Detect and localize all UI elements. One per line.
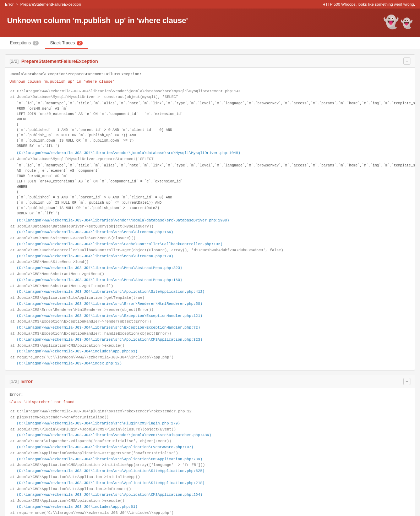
- trace-line-0-6: (C:\laragon\www\ezkermila-J03-J04\librar…: [17, 218, 410, 224]
- trace-line-1-4: (C:\laragon\www\ezkermila-J03-J04\librar…: [17, 432, 410, 438]
- trace-line-1-12: (C:\laragon\www\ezkermila-J03-J04\librar…: [17, 480, 410, 486]
- exception-message: Class 'JDispatcher' not found: [10, 399, 410, 405]
- trace-line-0-10: (C:\laragon\www\ezkermila-J03-J04\librar…: [17, 241, 410, 247]
- trace-line-0-20: (C:\laragon\www\ezkermila-J03-J04\librar…: [17, 301, 410, 307]
- trace-classname: Error: [21, 379, 33, 384]
- trace-card-title-0: [2/2] PrepareStatementFailureException: [10, 59, 98, 64]
- trace-line-0-28: (C:\laragon\www\ezkermila-J03-J04\includ…: [17, 348, 410, 355]
- breadcrumb-exception: PrepareStatementFailureException: [20, 2, 81, 6]
- trace-line-1-16: (C:\laragon\www\ezkermila-J03-J04\includ…: [17, 504, 410, 510]
- trace-line-0-1: at Joomla\Database\Mysqli\MysqliDriver->…: [10, 94, 410, 100]
- collapse-button-1[interactable]: −: [403, 378, 410, 385]
- trace-line-1-15: at Joomla\CMS\Application\CMSApplication…: [10, 498, 410, 504]
- trace-line-0-22: (C:\laragon\www\ezkermila-J03-J04\librar…: [17, 313, 410, 319]
- trace-line-0-30: (C:\laragon\www\ezkermila-J03-J04\index.…: [17, 361, 410, 367]
- breadcrumb: Error > PrepareStatementFailureException: [5, 2, 81, 6]
- exception-class: Joomla\Database\Exception\PrepareStateme…: [10, 71, 410, 77]
- trace-line-1-2: (C:\laragon\www\ezkermila-J03-J04\librar…: [17, 421, 410, 427]
- tab-stack-traces-label: Stack Traces: [50, 40, 75, 45]
- trace-line-0-17: at Joomla\CMS\Menu\AbstractMenu->getItem…: [10, 283, 410, 289]
- trace-card-body-1: Error:Class 'JDispatcher' not foundat C:…: [5, 388, 415, 516]
- trace-line-1-8: (C:\laragon\www\ezkermila-J03-J04\librar…: [17, 456, 410, 462]
- breadcrumb-separator: >: [16, 2, 18, 6]
- trace-line-1-0: at C:\laragon\www\ezkermila-J03-J04\plug…: [10, 408, 410, 415]
- hero-decoration: 👻 👻: [383, 16, 413, 28]
- trace-line-0-13: at Joomla\CMS\Menu\SiteMenu->load(): [10, 259, 410, 265]
- trace-line-0-12: (C:\laragon\www\ezkermila-J03-J04\librar…: [17, 253, 410, 259]
- trace-line-0-3: (C:\laragon\www\ezkermila-J03-J04\librar…: [17, 150, 410, 156]
- trace-line-0-27: at Joomla\CMS\Application\CMSApplication…: [10, 343, 410, 349]
- tab-exceptions[interactable]: Exceptions 2: [5, 37, 44, 49]
- trace-card-1: [1/2] Error−Error:Class 'JDispatcher' no…: [5, 375, 415, 516]
- http-status: HTTP 500 Whoops, looks like something we…: [322, 2, 415, 6]
- tab-stack-traces-badge: 2: [77, 41, 83, 45]
- trace-line-1-17: at require_once('C:\\laragon\\www\\ezker…: [10, 510, 410, 516]
- trace-line-0-15: at Joomla\CMS\Menu\AbstractMenu->getMenu…: [10, 271, 410, 277]
- trace-line-1-11: at Joomla\CMS\Application\SiteApplicatio…: [10, 474, 410, 480]
- trace-line-1-9: at Joomla\CMS\Application\CMSApplication…: [10, 462, 410, 468]
- trace-line-0-4: at Joomla\Database\Mysqli\MysqliDriver->…: [10, 156, 410, 162]
- trace-index: [2/2]: [10, 59, 18, 64]
- main-content: [2/2] PrepareStatementFailureException−J…: [0, 49, 420, 516]
- trace-index: [1/2]: [10, 379, 18, 384]
- trace-line-1-13: at Joomla\CMS\Application\SiteApplicatio…: [10, 486, 410, 492]
- trace-line-0-8: (C:\laragon\www\ezkermila-J03-J04\librar…: [17, 229, 410, 235]
- trace-line-1-5: at Joomla\Event\Dispatcher->dispatch('on…: [10, 438, 410, 444]
- trace-line-1-3: at Joomla\CMS\Plugin\CMSPlugin->Joomla\C…: [10, 427, 410, 433]
- trace-card-body-0: Joomla\Database\Exception\PrepareStateme…: [5, 68, 415, 370]
- tab-exceptions-label: Exceptions: [10, 40, 31, 45]
- trace-line-0-29: at require_once('C:\\laragon\\www\\ezker…: [10, 355, 410, 361]
- trace-line-0-5: `m`.`id`,`m`.`menutype`,`m`.`title`,`m`.…: [17, 163, 410, 216]
- tabs-bar: Exceptions 2 Stack Traces 2: [0, 37, 420, 49]
- trace-card-title-1: [1/2] Error: [10, 379, 33, 384]
- exception-message: Unknown column 'm.publish_up' in 'where …: [10, 79, 410, 85]
- ghost-icon-2: 👻: [400, 18, 413, 28]
- hero-section: Unknown column 'm.publish_up' in 'where …: [0, 9, 420, 37]
- trace-line-0-24: (C:\laragon\www\ezkermila-J03-J04\librar…: [17, 325, 410, 331]
- trace-line-0-19: at Joomla\CMS\Application\SiteApplicatio…: [10, 295, 410, 301]
- tab-exceptions-badge: 2: [33, 41, 39, 45]
- trace-classname: PrepareStatementFailureException: [21, 59, 98, 64]
- trace-card-0: [2/2] PrepareStatementFailureException−J…: [5, 54, 415, 370]
- ghost-icon-1: 👻: [383, 16, 399, 28]
- trace-card-header-0: [2/2] PrepareStatementFailureException−: [5, 55, 415, 68]
- trace-line-0-14: (C:\laragon\www\ezkermila-J03-J04\librar…: [17, 265, 410, 271]
- trace-line-0-9: at Joomla\CMS\Menu\SiteMenu->Joomla\CMS\…: [10, 235, 410, 241]
- tab-stack-traces[interactable]: Stack Traces 2: [45, 37, 88, 49]
- exception-class: Error:: [10, 392, 410, 398]
- trace-line-1-10: (C:\laragon\www\ezkermila-J03-J04\librar…: [17, 468, 410, 474]
- trace-line-1-1: at plgSystemRokExtender->onAfterInitiali…: [10, 415, 410, 421]
- trace-line-0-0: at C:\laragon\www\ezkermila-J03-J04\libr…: [10, 88, 410, 94]
- trace-card-header-1: [1/2] Error−: [5, 375, 415, 388]
- trace-line-0-16: (C:\laragon\www\ezkermila-J03-J04\librar…: [17, 277, 410, 283]
- trace-line-0-26: (C:\laragon\www\ezkermila-J03-J04\librar…: [17, 337, 410, 343]
- trace-line-0-11: at Joomla\CMS\Cache\Controller\CallbackC…: [10, 247, 410, 253]
- trace-line-0-23: at Joomla\CMS\Exception\ExceptionHandler…: [10, 319, 410, 325]
- trace-line-1-7: at Joomla\CMS\Application\WebApplication…: [10, 450, 410, 456]
- trace-line-0-21: at Joomla\CMS\Error\Renderer\HtmlRendere…: [10, 307, 410, 313]
- trace-line-0-25: at Joomla\CMS\Exception\ExceptionHandler…: [10, 331, 410, 337]
- hero-title: Unknown column 'm.publish_up' in 'where …: [7, 16, 188, 26]
- trace-line-1-6: (C:\laragon\www\ezkermila-J03-J04\librar…: [17, 444, 410, 450]
- breadcrumb-error: Error: [5, 2, 13, 6]
- trace-line-0-7: at Joomla\Database\DatabaseDriver->setQu…: [10, 224, 410, 230]
- trace-line-0-2: `m`.`id`,`m`.`menutype`,`m`.`title`,`m`.…: [17, 101, 410, 149]
- trace-line-1-14: (C:\laragon\www\ezkermila-J03-J04\librar…: [17, 492, 410, 498]
- trace-line-0-18: (C:\laragon\www\ezkermila-J03-J04\librar…: [17, 289, 410, 295]
- error-bar: Error > PrepareStatementFailureException…: [0, 0, 420, 9]
- collapse-button-0[interactable]: −: [403, 57, 410, 65]
